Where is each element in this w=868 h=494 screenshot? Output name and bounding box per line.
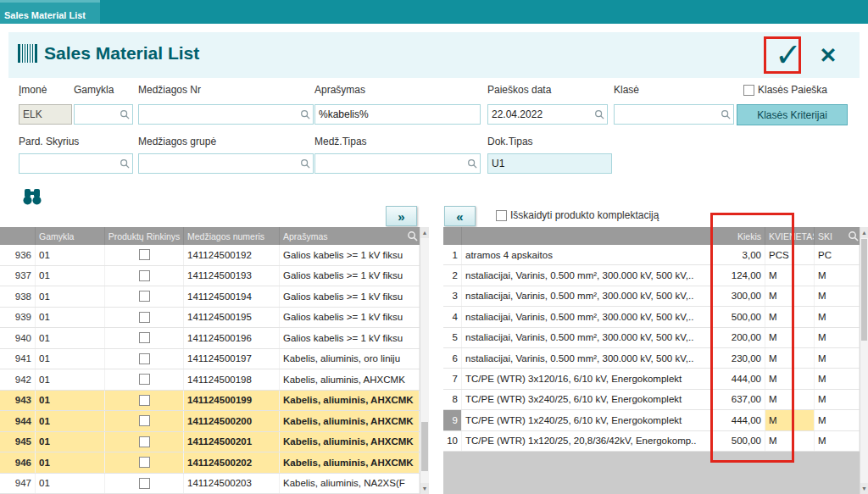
gamykla-input[interactable]	[75, 105, 120, 124]
result-row[interactable]: 2nstaliacijai, Varinis, 0.500 mm², 300.0…	[443, 265, 860, 286]
search-icon[interactable]	[120, 158, 130, 169]
medz-tipas-field-wrap	[314, 153, 481, 174]
medz-tipas-input[interactable]	[315, 154, 467, 173]
material-row[interactable]: 93701141124500193Galios kabelis >= 1 kV …	[0, 266, 429, 287]
row-number-header	[443, 227, 462, 245]
row-number-cell: 943	[0, 391, 36, 411]
vienetas-header[interactable]: KVIENETAS	[765, 227, 815, 245]
klases-paieska-checkbox[interactable]	[743, 85, 754, 96]
right-table-scrollbar[interactable]: ▲ ▼	[860, 227, 868, 494]
material-row[interactable]: 93601141124500192Galios kabelis >= 1 kV …	[0, 245, 429, 266]
result-row[interactable]: 5nstaliacijai, Varinis, 0.500 mm², 300.0…	[443, 328, 860, 348]
quantity-cell: 200,00	[713, 328, 765, 347]
scroll-up-icon[interactable]: ▲	[420, 227, 429, 238]
title-wrap: Sales Material List	[18, 43, 199, 64]
scrollbar-thumb[interactable]	[861, 239, 867, 341]
result-row[interactable]: 1atramos 4 apskaitos3,00PCSPC	[443, 245, 860, 265]
row-number-cell: 10	[443, 431, 462, 451]
unit-cell-editing[interactable]: M	[765, 410, 815, 430]
pard-skyrius-input[interactable]	[19, 154, 120, 173]
left-table-scrollbar[interactable]: ▲ ▼	[420, 227, 429, 494]
grid-search-icon[interactable]	[407, 230, 418, 241]
produktu-rinkinys-checkbox[interactable]	[139, 436, 150, 447]
search-icon[interactable]	[300, 109, 310, 119]
grid-search-icon[interactable]	[848, 230, 859, 241]
kiekis-header[interactable]: Kiekis	[713, 227, 765, 245]
split-kit-checkbox[interactable]	[496, 210, 507, 221]
gamykla-header[interactable]: Gamykla	[36, 227, 105, 245]
row-number-cell: 9	[443, 410, 462, 430]
medziagos-nr-label: Medžiagos Nr	[138, 84, 201, 96]
aprasymas-header[interactable]: Aprašymas	[280, 227, 420, 245]
material-row[interactable]: 93901141124500195Galios kabelis >= 1 kV …	[0, 308, 429, 329]
produktu-rinkinys-checkbox[interactable]	[139, 395, 150, 406]
produktu-rinkinys-header[interactable]: Produktų Rinkinys	[105, 227, 184, 245]
paieskos-data-input[interactable]	[488, 105, 594, 124]
material-row-selected[interactable]: 94401141124500200Kabelis, aliuminis, AHX…	[0, 411, 429, 432]
material-row[interactable]: 94101141124500197Kabelis, aliuminis, oro…	[0, 349, 429, 370]
imone-input[interactable]	[19, 105, 69, 124]
binoculars-icon[interactable]	[22, 186, 42, 210]
produktu-rinkinys-checkbox[interactable]	[139, 332, 150, 343]
result-row[interactable]: 10TC/PE (WTR) 1x120/25, 20,8/36/42kV, En…	[443, 431, 860, 452]
search-icon[interactable]	[120, 109, 130, 119]
material-row-selected[interactable]: 94601141124500202Kabelis, aliuminis, AHX…	[0, 452, 429, 474]
scroll-down-icon[interactable]: ▼	[420, 483, 429, 494]
produktu-rinkinys-checkbox[interactable]	[139, 291, 150, 302]
result-row-current[interactable]: 9TC/PE (WTR) 1x240/25, 6/10 kV, Energoko…	[443, 410, 860, 430]
produktu-rinkinys-checkbox[interactable]	[139, 374, 150, 385]
aprasymas-input[interactable]	[315, 105, 477, 124]
material-row[interactable]: 93801141124500194Galios kabelis >= 1 kV …	[0, 286, 429, 308]
page-title: Sales Material List	[44, 43, 199, 64]
klases-paieska-label: Klasės Paieška	[758, 84, 827, 96]
search-icon[interactable]	[467, 158, 477, 169]
material-row[interactable]: 94001141124500196Galios kabelis >= 1 kV …	[0, 328, 429, 349]
material-number-cell: 141124500194	[184, 286, 280, 307]
scrollbar-thumb[interactable]	[421, 422, 428, 471]
description-cell: Kabelis, aliuminis, AHXCMK	[280, 369, 420, 390]
produktu-rinkinys-checkbox[interactable]	[139, 457, 150, 468]
material-row-selected[interactable]: 94501141124500201Kabelis, aliuminis, AHX…	[0, 432, 429, 453]
dok-tipas-input[interactable]	[488, 154, 609, 173]
move-left-button[interactable]: «	[444, 206, 476, 226]
move-right-button[interactable]: »	[386, 206, 417, 226]
confirm-icon[interactable]: ✓	[770, 36, 807, 75]
produktu-rinkinys-checkbox[interactable]	[139, 249, 150, 260]
material-number-cell: 141124500199	[184, 391, 280, 411]
unit-cell: M	[765, 431, 815, 451]
result-row[interactable]: 7TC/PE (WTR) 3x120/16, 6/10 kV, Energoko…	[443, 369, 860, 389]
material-row[interactable]: 94701141124500203Kabelis, aliuminis, NA2…	[0, 474, 429, 494]
search-icon[interactable]	[300, 158, 310, 169]
produktu-rinkinys-checkbox[interactable]	[139, 270, 150, 281]
produktu-rinkinys-checkbox[interactable]	[139, 353, 150, 364]
scroll-down-icon[interactable]: ▼	[860, 483, 868, 494]
pard-skyrius-label: Pard. Skyrius	[19, 136, 79, 147]
material-row[interactable]: 94201141124500198Kabelis, aliuminis, AHX…	[0, 369, 429, 391]
result-row[interactable]: 6nstaliacijai, Varinis, 0.500 mm², 300.0…	[443, 348, 860, 369]
medziagos-grupe-input[interactable]	[139, 154, 300, 173]
medziagos-grupe-field-wrap	[138, 153, 314, 174]
search-icon[interactable]	[721, 109, 731, 119]
close-icon[interactable]: ✕	[814, 42, 843, 69]
produktu-rinkinys-checkbox[interactable]	[139, 478, 150, 489]
result-row[interactable]: 8TC/PE (WTR) 3x240/25, 6/10 kV, Energoko…	[443, 390, 860, 410]
material-number-cell: 141124500196	[184, 328, 280, 348]
material-row-selected[interactable]: 94301141124500199Kabelis, aliuminis, AHX…	[0, 391, 429, 412]
result-row[interactable]: 4nstaliacijai, Varinis, 0.500 mm², 300.0…	[443, 307, 860, 327]
description-cell: Kabelis, aliuminis, oro liniju	[280, 349, 420, 369]
result-row[interactable]: 3nstaliacijai, Varinis, 0.500 mm², 300.0…	[443, 286, 860, 307]
description-cell: Galios kabelis >= 1 kV fiksu	[280, 286, 420, 307]
produktu-rinkinys-checkbox[interactable]	[139, 415, 150, 426]
search-icon[interactable]	[594, 109, 604, 119]
medziagos-numeris-header[interactable]: Medžiagos numeris	[184, 227, 280, 245]
unit2-cell: M	[815, 390, 860, 409]
klase-input[interactable]	[615, 105, 721, 124]
window-tab[interactable]: Sales Material List	[0, 0, 100, 24]
klase-label: Klasė	[614, 84, 639, 96]
scroll-up-icon[interactable]: ▲	[860, 227, 868, 238]
klases-kriterijai-button[interactable]: Klasės Kriterijai	[737, 104, 848, 125]
medziagos-nr-input[interactable]	[139, 105, 300, 124]
produktu-rinkinys-checkbox[interactable]	[139, 312, 150, 323]
unit-cell: M	[765, 369, 815, 388]
barcode-icon	[18, 44, 37, 63]
